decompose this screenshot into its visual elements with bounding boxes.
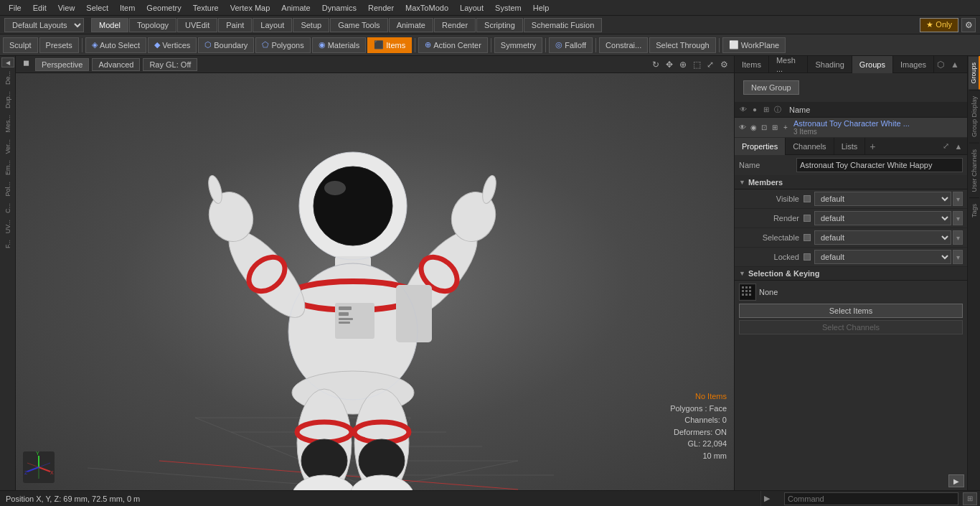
tab-shading[interactable]: Shading xyxy=(808,56,852,73)
select-channels-button[interactable]: Select Channels xyxy=(739,320,963,334)
visible-dropdown-icon[interactable]: ▾ xyxy=(953,192,963,206)
layout-dropdown[interactable]: Default Layouts xyxy=(4,18,84,32)
locked-select[interactable]: default xyxy=(814,250,951,264)
render-icon[interactable]: ● xyxy=(749,103,760,117)
expand-icon[interactable]: ⬡ xyxy=(934,58,947,71)
menu-item[interactable]: Item xyxy=(114,2,141,14)
symmetry-button[interactable]: Symmetry xyxy=(494,37,543,53)
tab-layout[interactable]: Layout xyxy=(253,18,292,32)
item-plus-icon[interactable]: + xyxy=(781,123,791,133)
polygons-button[interactable]: ⬠ Polygons xyxy=(255,37,310,53)
lock-icon[interactable]: ⊞ xyxy=(760,103,772,117)
constraints-button[interactable]: Constrai... xyxy=(599,37,648,53)
rvtab-group-display[interactable]: Group Display xyxy=(969,90,979,143)
menu-edit[interactable]: Edit xyxy=(27,2,52,14)
tab-items[interactable]: Items xyxy=(735,56,769,73)
tab-render[interactable]: Render xyxy=(434,18,476,32)
item-box1-icon[interactable]: ⊡ xyxy=(759,123,769,133)
tab-mesh[interactable]: Mesh ... xyxy=(769,56,809,73)
tab-images[interactable]: Images xyxy=(893,56,934,73)
tab-schematic[interactable]: Schematic Fusion xyxy=(524,18,602,32)
menu-view[interactable]: View xyxy=(52,2,81,14)
presets-button[interactable]: Presets xyxy=(39,37,79,53)
item-box2-icon[interactable]: ⊞ xyxy=(770,123,780,133)
group-item-0[interactable]: 👁 ◉ ⊡ ⊞ + Astronaut Toy Character White … xyxy=(735,118,967,138)
menu-help[interactable]: Help xyxy=(527,2,555,14)
props-expand-btn-2[interactable]: ▲ xyxy=(953,141,964,152)
pan-icon[interactable]: ✥ xyxy=(664,59,675,70)
menu-animate[interactable]: Animate xyxy=(275,2,316,14)
rvtab-groups[interactable]: Groups xyxy=(969,56,980,90)
settings-icon[interactable]: ⚙ xyxy=(961,18,976,32)
boundary-button[interactable]: ⬡ Boundary xyxy=(198,37,254,53)
tab-scripting[interactable]: Scripting xyxy=(476,18,523,32)
select-through-button[interactable]: Select Through xyxy=(649,37,715,53)
ray-gl-btn[interactable]: Ray GL: Off xyxy=(143,58,197,71)
menu-select[interactable]: Select xyxy=(80,2,114,14)
materials-button[interactable]: ◉ Materials xyxy=(312,37,367,53)
tab-model[interactable]: Model xyxy=(91,18,128,32)
viewport[interactable]: No Items Polygons : Face Channels: 0 Def… xyxy=(16,73,734,490)
tab-groups[interactable]: Groups xyxy=(852,56,893,73)
visible-select[interactable]: default xyxy=(814,192,951,206)
star-only-button[interactable]: ★ Only xyxy=(920,18,958,32)
rotate-icon[interactable]: ↻ xyxy=(650,59,661,70)
add-tab-icon[interactable]: + xyxy=(865,138,880,155)
viewport-collapse-btn[interactable]: ◼ xyxy=(20,57,32,72)
name-input[interactable] xyxy=(796,158,963,172)
menu-file[interactable]: File xyxy=(3,2,27,14)
sculpt-button[interactable]: Sculpt xyxy=(3,37,38,53)
tab-lists[interactable]: Lists xyxy=(834,138,866,155)
falloff-button[interactable]: ◎ Falloff xyxy=(549,37,593,53)
rvtab-tags[interactable]: Tags xyxy=(969,197,979,223)
locked-dropdown-icon[interactable]: ▾ xyxy=(953,250,963,264)
new-group-button[interactable]: New Group xyxy=(743,80,799,95)
sidebar-btn-0[interactable]: ◀ xyxy=(1,57,14,67)
panel-arrow-right-button[interactable]: ▶ xyxy=(948,474,964,487)
fullscreen-icon[interactable]: ⤢ xyxy=(705,59,716,70)
item-eye-icon[interactable]: 👁 xyxy=(738,123,748,133)
command-execute-button[interactable]: ⊞ xyxy=(963,492,977,505)
vertices-button[interactable]: ◆ Vertices xyxy=(148,37,197,53)
menu-vertexmap[interactable]: Vertex Map xyxy=(225,2,276,14)
visible-label: Visible xyxy=(739,195,804,203)
perspective-btn[interactable]: Perspective xyxy=(35,58,89,71)
select-items-button[interactable]: Select Items xyxy=(739,304,963,318)
advanced-btn[interactable]: Advanced xyxy=(92,58,140,71)
menu-render[interactable]: Render xyxy=(362,2,400,14)
selectable-dropdown-icon[interactable]: ▾ xyxy=(953,230,963,245)
menu-maxtomodo[interactable]: MaxToModo xyxy=(400,2,454,14)
info-icon[interactable]: ⓘ xyxy=(772,103,783,117)
selectable-select[interactable]: default xyxy=(814,230,951,245)
items-button[interactable]: ⬛ Items xyxy=(367,37,412,53)
tab-paint[interactable]: Paint xyxy=(218,18,252,32)
zoom-icon[interactable]: ⊕ xyxy=(677,59,689,70)
workplane-button[interactable]: ⬜ WorkPlane xyxy=(722,37,786,53)
rvtab-user-channels[interactable]: User Channels xyxy=(969,143,979,198)
item-camera-icon[interactable]: ◉ xyxy=(748,123,758,133)
menu-texture[interactable]: Texture xyxy=(187,2,225,14)
render-dropdown-icon[interactable]: ▾ xyxy=(953,211,963,225)
auto-select-button[interactable]: ◈ Auto Select xyxy=(85,37,146,53)
menu-dynamics[interactable]: Dynamics xyxy=(316,2,362,14)
props-expand-btn-1[interactable]: ⤢ xyxy=(940,141,951,152)
selection-keying-header[interactable]: ▼ Selection & Keying xyxy=(735,267,967,281)
tab-properties[interactable]: Properties xyxy=(735,138,786,155)
tab-gametools[interactable]: Game Tools xyxy=(330,18,388,32)
action-center-button[interactable]: ⊕ Action Center xyxy=(418,37,488,53)
render-select[interactable]: default xyxy=(814,211,951,225)
tab-animate[interactable]: Animate xyxy=(389,18,433,32)
tab-topology[interactable]: Topology xyxy=(129,18,176,32)
eye-icon[interactable]: 👁 xyxy=(738,103,749,117)
frame-icon[interactable]: ⬚ xyxy=(691,59,702,70)
arrow-up-icon[interactable]: ▲ xyxy=(948,58,961,71)
tab-setup[interactable]: Setup xyxy=(293,18,329,32)
settings-icon[interactable]: ⚙ xyxy=(718,59,730,70)
tab-channels[interactable]: Channels xyxy=(786,138,834,155)
menu-layout[interactable]: Layout xyxy=(454,2,489,14)
tab-uvedit[interactable]: UVEdit xyxy=(177,18,217,32)
menu-geometry[interactable]: Geometry xyxy=(141,2,187,14)
command-input[interactable] xyxy=(784,492,958,505)
menu-system[interactable]: System xyxy=(489,2,527,14)
members-section-header[interactable]: ▼ Members xyxy=(735,176,967,189)
